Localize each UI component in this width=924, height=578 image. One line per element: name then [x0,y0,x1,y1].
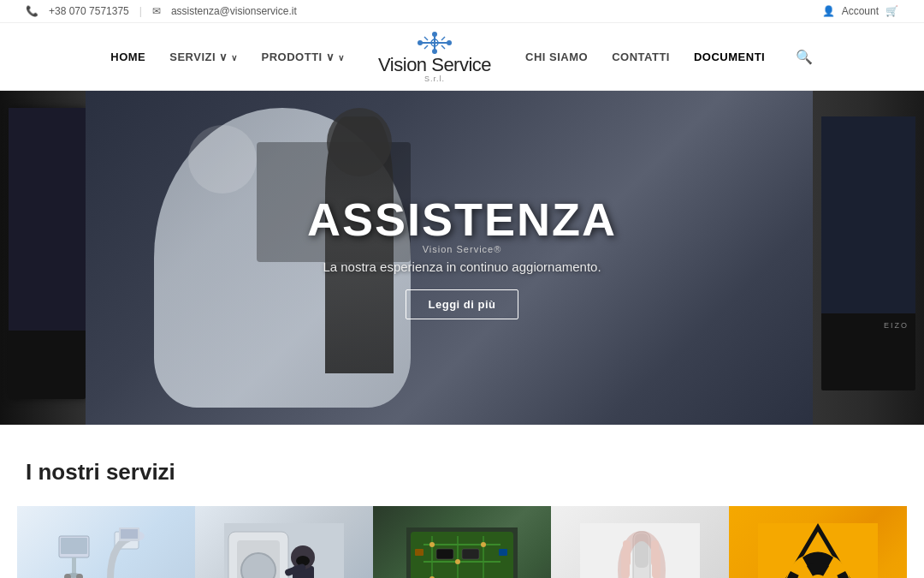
nav-documenti[interactable]: DOCUMENTI [694,51,765,63]
nav-home[interactable]: HOME [110,51,145,63]
svg-point-50 [429,542,435,547]
hero-section: EIZO ASSISTENZA Vision Service® La nostr… [0,91,924,425]
service-card-assistenza[interactable]: ASSISTENZA [195,506,373,578]
logo-icon [416,30,453,56]
account-link[interactable]: Account [842,5,879,17]
svg-point-28 [241,553,275,578]
svg-rect-24 [121,529,138,539]
nav-contatti[interactable]: CONTATTI [612,51,670,63]
nav-chi-siamo[interactable]: CHI SIAMO [525,51,588,63]
svg-line-9 [424,45,428,49]
phone-icon: 📞 [26,5,38,17]
svg-rect-63 [651,540,659,566]
svg-rect-46 [415,549,424,556]
svg-rect-13 [72,557,76,575]
top-bar-left: 📞 +38 070 7571375 | ✉ assistenza@visions… [26,5,297,17]
nav-prodotti[interactable]: PRODOTTI ∨ [262,51,345,63]
main-nav: HOME SERVIZI ∨ PRODOTTI ∨ Vision Se [0,23,924,91]
logo-name: Vision Service [378,56,491,74]
svg-point-2 [418,40,423,45]
service-image-consumabili [551,506,729,578]
hero-right-monitor: EIZO [813,91,924,425]
svg-point-4 [432,32,437,37]
nav-links-right: CHI SIAMO CONTATTI DOCUMENTI 🔍 [525,49,814,65]
search-icon[interactable]: 🔍 [796,49,814,65]
service-image-radioprotezione: ! [729,506,907,578]
hero-title: ASSISTENZA [307,196,617,242]
svg-rect-43 [462,549,479,559]
service-card-ricambi[interactable]: RICAMBI [373,506,551,578]
nav-links-left: HOME SERVIZI ∨ PRODOTTI ∨ [110,51,344,63]
hero-content: ASSISTENZA Vision Service® La nostra esp… [307,196,617,319]
ultrasound-probe-icon [580,523,700,578]
hero-brand: Vision Service® [307,244,617,254]
nav-servizi[interactable]: SERVIZI ∨ [169,51,237,63]
svg-rect-42 [436,549,453,559]
service-card-consumabili[interactable]: CONSUMABILI [551,506,729,578]
vendita-device-icon [46,523,166,578]
assistenza-scene-icon [224,523,344,578]
svg-rect-12 [61,538,87,554]
hero-cta-button[interactable]: Leggi di più [406,289,519,319]
hero-left-monitor [0,91,94,425]
account-icon: 👤 [822,5,835,17]
email-link[interactable]: assistenza@visionservice.it [171,5,297,17]
top-bar: 📞 +38 070 7571375 | ✉ assistenza@visions… [0,0,924,23]
svg-rect-48 [499,549,507,556]
service-card-vendita[interactable]: VENDITA [17,506,195,578]
svg-point-52 [481,542,486,547]
logo-srl: S.r.l. [424,74,445,83]
services-section: I nostri servizi [0,425,924,578]
svg-point-3 [447,40,452,45]
service-card-radioprotezione[interactable]: ! RADIOPROTEZIONE [729,506,907,578]
email-icon: ✉ [152,5,161,17]
svg-line-8 [441,37,445,40]
services-title: I nostri servizi [17,459,907,486]
phone-number: +38 070 7571375 [49,5,129,17]
hero-subtitle: La nostra esperienza in continuo aggiorn… [307,259,617,274]
service-image-vendita [17,506,195,578]
svg-point-51 [455,559,460,564]
radiation-symbol-icon: ! [758,523,878,578]
services-grid: VENDITA [17,506,907,578]
circuit-board-icon [406,527,518,578]
svg-line-10 [441,45,445,49]
cart-icon[interactable]: 🛒 [886,5,898,17]
svg-rect-62 [623,540,631,566]
service-image-assistenza [195,506,373,578]
site-logo[interactable]: Vision Service S.r.l. [378,30,491,83]
service-image-ricambi [373,506,551,578]
svg-line-7 [424,37,428,40]
top-bar-right: 👤 Account 🛒 [822,5,898,17]
